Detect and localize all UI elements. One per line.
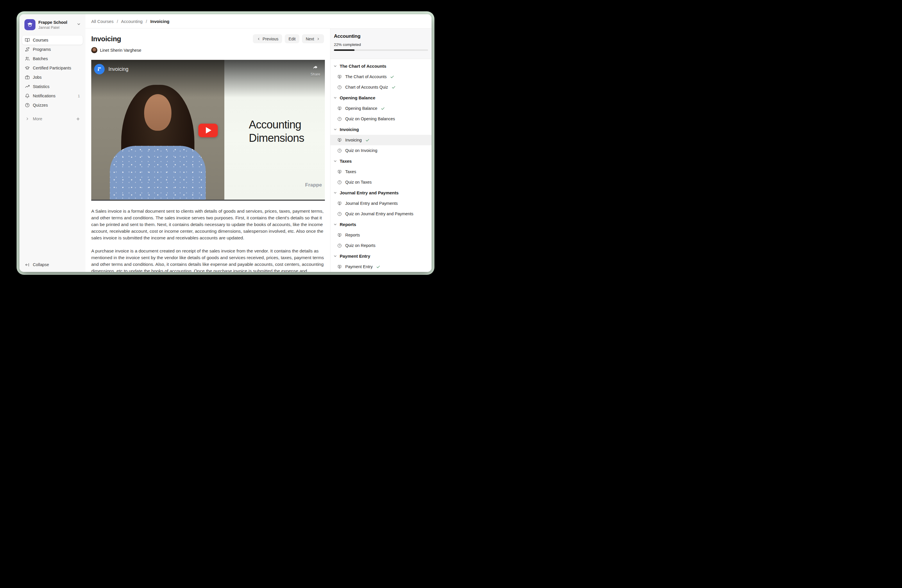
video-lesson-icon: [337, 74, 342, 79]
sidebar-item-programs[interactable]: Programs: [22, 45, 83, 54]
content-column: All Courses / Accounting / Invoicing Inv…: [85, 14, 432, 272]
outline-item-journal-entry-and-payments[interactable]: Journal Entry and Payments: [330, 198, 432, 209]
workspace-switcher[interactable]: Frappe School Jannat Patel: [22, 17, 83, 33]
breadcrumb-separator: /: [117, 19, 118, 24]
video-lesson-icon: [337, 169, 342, 174]
outline-section-the-chart-of-accounts[interactable]: The Chart of Accounts: [330, 61, 432, 72]
outline-item-label: Chart of Accounts Quiz: [345, 85, 388, 89]
workspace-name: Frappe School: [38, 20, 74, 25]
check-icon: [376, 265, 381, 269]
outline-section-journal-entry-and-payments[interactable]: Journal Entry and Payments: [330, 188, 432, 198]
edit-button[interactable]: Edit: [285, 34, 299, 43]
outline-item-label: Payment Entry: [345, 264, 373, 269]
quiz-icon: [337, 148, 342, 153]
help-circle-icon: [25, 103, 30, 108]
chevron-down-icon: [333, 254, 337, 258]
add-shortcut-button[interactable]: [75, 116, 80, 122]
desktop-background: Frappe School Jannat Patel CoursesProgra…: [0, 0, 451, 294]
video-slide: Accounting Dimensions Frappe: [224, 60, 325, 200]
outline-item-quiz-on-journal-entry-and-payments[interactable]: Quiz on Journal Entry and Payments: [330, 209, 432, 219]
video-top-overlay: Invoicing Share: [91, 60, 325, 77]
outline-item-label: Quiz on Taxes: [345, 180, 372, 185]
outline-item-quiz-on-invoicing[interactable]: Quiz on Invoicing: [330, 145, 432, 156]
author-name: Linet Sherin Varghese: [100, 48, 141, 53]
outline-item-quiz-on-taxes[interactable]: Quiz on Taxes: [330, 177, 432, 188]
sidebar-item-notifications[interactable]: Notifications1: [22, 91, 83, 100]
sidebar-item-courses[interactable]: Courses: [22, 36, 83, 45]
left-sidebar: Frappe School Jannat Patel CoursesProgra…: [19, 14, 85, 272]
chevron-down-icon: [333, 64, 337, 68]
outline-section-reports[interactable]: Reports: [330, 219, 432, 230]
breadcrumb-accounting[interactable]: Accounting: [121, 19, 143, 24]
breadcrumb-separator: /: [146, 19, 147, 24]
presenter-body: [110, 146, 206, 200]
workspace-meta: Frappe School Jannat Patel: [38, 20, 74, 30]
outline-section-payment-entry[interactable]: Payment Entry: [330, 251, 432, 261]
sidebar-item-label: Statistics: [33, 84, 49, 89]
video-title[interactable]: Invoicing: [108, 66, 128, 72]
outline-item-label: Journal Entry and Payments: [345, 201, 398, 206]
progress-bar: [334, 49, 428, 51]
video-player[interactable]: Accounting Dimensions Frappe: [91, 60, 325, 201]
sidebar-item-batches[interactable]: Batches: [22, 54, 83, 63]
outline-section-title: Payment Entry: [340, 253, 370, 258]
workspace-user: Jannat Patel: [38, 25, 74, 30]
next-button[interactable]: Next: [302, 34, 324, 43]
outline-section-invoicing[interactable]: Invoicing: [330, 124, 432, 135]
frappe-school-logo-icon: [24, 19, 36, 30]
outline-section-taxes[interactable]: Taxes: [330, 156, 432, 166]
lesson-nav-buttons: Previous Edit Next: [253, 34, 324, 43]
play-button[interactable]: [199, 124, 218, 137]
sidebar-item-certified-participants[interactable]: Certified Participants: [22, 63, 83, 73]
bell-icon: [25, 93, 30, 99]
outline-item-invoicing[interactable]: Invoicing: [330, 135, 432, 145]
collapse-label: Collapse: [33, 262, 49, 267]
progress-label: 22% completed: [334, 42, 428, 47]
outline-item-chart-of-accounts-quiz[interactable]: Chart of Accounts Quiz: [330, 82, 432, 92]
topbar: All Courses / Accounting / Invoicing: [85, 14, 432, 28]
outline-item-payment-entry[interactable]: Payment Entry: [330, 261, 432, 272]
sidebar-item-jobs[interactable]: Jobs: [22, 73, 83, 82]
previous-button[interactable]: Previous: [253, 34, 282, 43]
collapse-sidebar-button[interactable]: Collapse: [22, 260, 83, 270]
check-icon: [390, 75, 394, 79]
slide-title-line2: Dimensions: [249, 131, 304, 145]
previous-label: Previous: [263, 37, 279, 41]
outline-item-opening-balance[interactable]: Opening Balance: [330, 103, 432, 114]
notification-count-badge: 1: [78, 94, 80, 98]
outline-item-label: Quiz on Reports: [345, 243, 376, 248]
share-button[interactable]: Share: [311, 64, 320, 77]
video-channel: Invoicing: [94, 64, 128, 74]
chevron-right-icon: [316, 37, 320, 41]
author-row: Linet Sherin Varghese: [91, 47, 324, 53]
sidebar-item-label: Quizzes: [33, 103, 48, 108]
outline-section-opening-balance[interactable]: Opening Balance: [330, 92, 432, 103]
outline-item-the-chart-of-accounts[interactable]: The Chart of Accounts: [330, 72, 432, 82]
outline-item-label: Quiz on Opening Balances: [345, 116, 395, 121]
page-title: Invoicing: [91, 35, 121, 43]
slide-title: Accounting Dimensions: [249, 118, 304, 145]
video-lesson-icon: [337, 201, 342, 206]
outline-item-reports[interactable]: Reports: [330, 230, 432, 240]
course-outline-header: Accounting 22% completed: [330, 28, 432, 59]
next-label: Next: [306, 37, 314, 41]
chevron-down-icon: [77, 22, 81, 28]
outline-item-quiz-on-reports[interactable]: Quiz on Reports: [330, 240, 432, 251]
outline-item-taxes[interactable]: Taxes: [330, 166, 432, 177]
check-icon: [381, 106, 385, 111]
chevron-right-icon: [24, 116, 30, 121]
sidebar-item-more[interactable]: More: [22, 114, 83, 124]
lesson-paragraph: A Sales invoice is a formal document sen…: [91, 208, 324, 241]
sidebar-item-statistics[interactable]: Statistics: [22, 82, 83, 91]
breadcrumb-all-courses[interactable]: All Courses: [91, 19, 114, 24]
sidebar-item-label: Jobs: [33, 75, 42, 80]
presenter-face: [144, 94, 171, 131]
outline-item-label: Quiz on Journal Entry and Payments: [345, 211, 413, 216]
frappe-brand-wordmark: Frappe: [305, 182, 322, 188]
course-outline-panel: Accounting 22% completed The Chart of Ac…: [330, 28, 432, 272]
video-lesson-icon: [337, 233, 342, 238]
outline-item-label: Opening Balance: [345, 106, 377, 111]
channel-avatar[interactable]: [94, 64, 105, 74]
sidebar-item-quizzes[interactable]: Quizzes: [22, 100, 83, 110]
outline-item-quiz-on-opening-balances[interactable]: Quiz on Opening Balances: [330, 114, 432, 124]
